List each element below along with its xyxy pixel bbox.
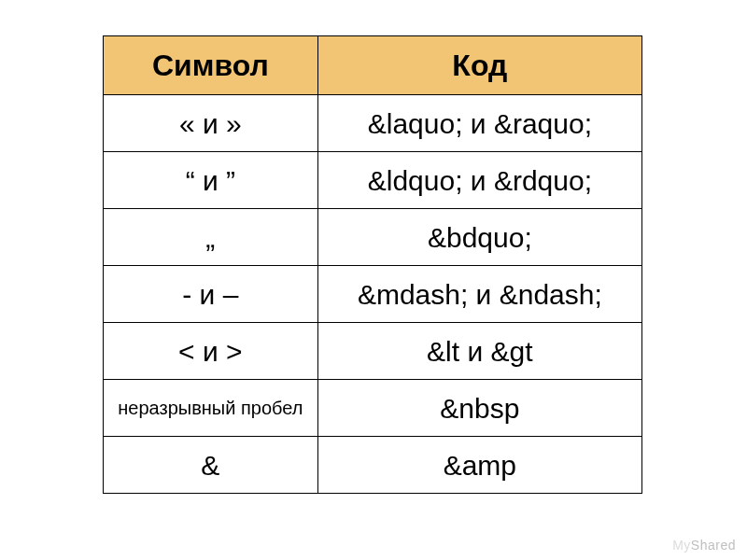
code-cell: &nbsp <box>317 380 641 437</box>
table-row: - и –&mdash; и &ndash; <box>104 266 642 323</box>
watermark: MyShared <box>672 538 736 553</box>
table-row: « и »&laquo; и &raquo; <box>104 95 642 152</box>
table-header-row: Символ Код <box>104 36 642 95</box>
code-cell: &laquo; и &raquo; <box>317 95 641 152</box>
symbol-cell: „ <box>104 209 318 266</box>
header-code: Код <box>317 36 641 95</box>
table-row: “ и ”&ldquo; и &rdquo; <box>104 152 642 209</box>
symbol-cell: & <box>104 437 318 494</box>
table-row: неразрывный пробел&nbsp <box>104 380 642 437</box>
code-cell: &mdash; и &ndash; <box>317 266 641 323</box>
watermark-suffix: Shared <box>691 538 736 553</box>
table-body: « и »&laquo; и &raquo;“ и ”&ldquo; и &rd… <box>104 95 642 494</box>
code-cell: &bdquo; <box>317 209 641 266</box>
symbol-cell: « и » <box>104 95 318 152</box>
code-cell: &lt и &gt <box>317 323 641 380</box>
watermark-prefix: My <box>672 538 691 553</box>
symbol-cell: “ и ” <box>104 152 318 209</box>
code-cell: &amp <box>317 437 641 494</box>
header-symbol: Символ <box>104 36 318 95</box>
table-row: „&bdquo; <box>104 209 642 266</box>
entity-codes-table: Символ Код « и »&laquo; и &raquo;“ и ”&l… <box>103 35 642 494</box>
table-row: < и >&lt и &gt <box>104 323 642 380</box>
symbol-cell: неразрывный пробел <box>104 380 318 437</box>
slide: Символ Код « и »&laquo; и &raquo;“ и ”&l… <box>0 0 747 560</box>
symbol-cell: - и – <box>104 266 318 323</box>
code-cell: &ldquo; и &rdquo; <box>317 152 641 209</box>
symbol-cell: < и > <box>104 323 318 380</box>
table-row: &&amp <box>104 437 642 494</box>
